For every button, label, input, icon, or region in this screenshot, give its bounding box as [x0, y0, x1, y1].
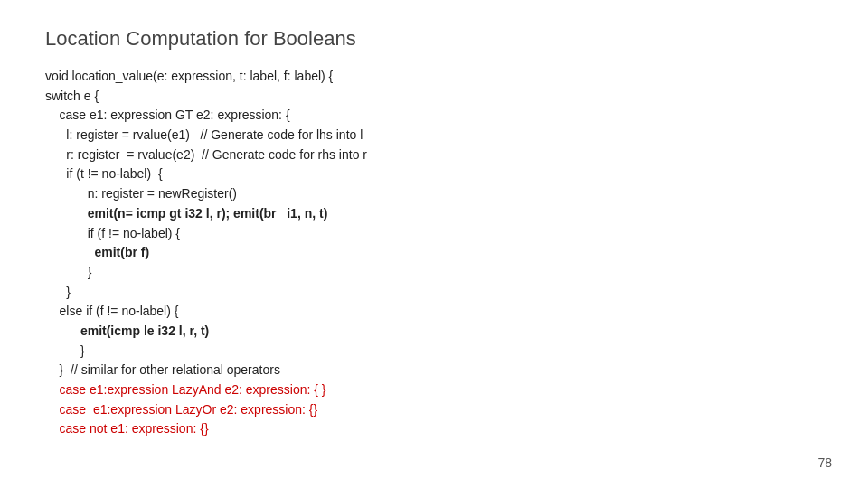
code-line-7: n: register = newRegister() — [45, 184, 823, 204]
code-line-10: emit(br f) — [45, 243, 823, 263]
code-line-4: l: register = rvalue(e1) // Generate cod… — [45, 126, 823, 145]
code-block: void location_value(e: expression, t: la… — [45, 67, 823, 439]
code-line-2: switch e { — [45, 87, 823, 107]
slide-container: Location Computation for Booleans void l… — [0, 0, 868, 488]
code-line-8: emit(n= icmp gt i32 l, r); emit(br i1, n… — [45, 204, 823, 224]
code-line-15: } — [45, 342, 823, 361]
page-number: 78 — [817, 455, 832, 470]
code-line-13: else if (f != no-label) { — [45, 302, 823, 322]
code-line-5: r: register = rvalue(e2) // Generate cod… — [45, 145, 823, 165]
code-line-19: case not e1: expression: {} — [45, 419, 823, 439]
code-line-9: if (f != no-label) { — [45, 224, 823, 244]
code-line-6: if (t != no-label) { — [45, 164, 823, 184]
code-line-3: case e1: expression GT e2: expression: { — [45, 106, 823, 126]
code-line-12: } — [45, 283, 823, 303]
slide-title: Location Computation for Booleans — [45, 27, 823, 51]
code-line-17: case e1:expression LazyAnd e2: expressio… — [45, 380, 823, 400]
code-line-11: } — [45, 263, 823, 283]
code-line-1: void location_value(e: expression, t: la… — [45, 67, 823, 87]
code-line-14: emit(icmp le i32 l, r, t) — [45, 322, 823, 342]
code-line-16: } // similar for other relational operat… — [45, 361, 823, 380]
code-line-18: case e1:expression LazyOr e2: expression… — [45, 400, 823, 420]
